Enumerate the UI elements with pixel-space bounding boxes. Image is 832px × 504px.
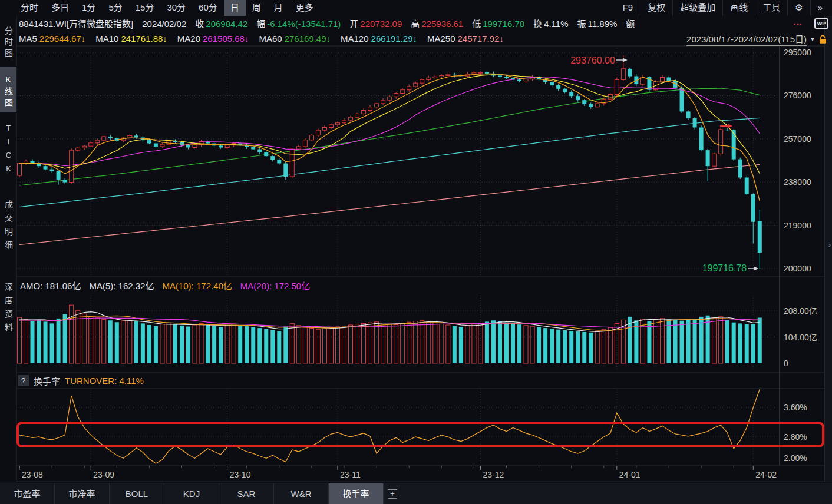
kline-chart-canvas[interactable]: 295000276000257000238000219000200000208.…: [0, 0, 832, 504]
quote-field-value: 11.89%: [588, 19, 618, 29]
indicator-tab-换手率[interactable]: 换手率: [329, 483, 384, 504]
period-tab-5分[interactable]: 5分: [102, 0, 128, 16]
toolbar-action-工具[interactable]: 工具: [755, 0, 787, 16]
quote-field-value: 4.11%: [544, 19, 568, 29]
high-annotation-arrowhead: [623, 58, 628, 62]
indicator-tab-SAR[interactable]: SAR: [219, 483, 274, 504]
quote-field-label: 振: [577, 19, 586, 29]
quote-field-value: 206984.42: [206, 19, 247, 29]
ma-legend-value: 266191.29↓: [371, 34, 417, 44]
ma-legend-MA120: MA120266191.29↓: [341, 32, 417, 46]
volume-axis-label: 0: [784, 359, 788, 368]
gear-icon[interactable]: ⚙: [787, 0, 810, 16]
add-indicator-button[interactable]: +: [384, 483, 401, 504]
ma-legend-label: MA60: [259, 34, 282, 44]
quote-field-label: 额: [626, 19, 635, 29]
amo-legend-item: AMO: 181.06亿: [20, 279, 81, 293]
quote-field-value: -6.14%(-13541.71): [267, 19, 341, 29]
turnover-header: ? 换手率 TURNOVER: 4.11%: [18, 374, 144, 387]
sidebar-item-K线图[interactable]: K线图: [0, 67, 16, 112]
x-axis-label: 23-08: [22, 470, 43, 479]
toolbar-action-复权[interactable]: 复权: [640, 0, 672, 16]
period-tab-30分[interactable]: 30分: [160, 0, 192, 16]
amo-legend-item: MA(20): 172.50亿: [240, 279, 310, 293]
quote-field-value: 225936.61: [421, 19, 463, 29]
toolbar-action-画线[interactable]: 画线: [722, 0, 755, 16]
ma-legend-MA60: MA60276169.49↓: [259, 32, 331, 46]
quote-field-label: 收: [195, 19, 204, 29]
low-price-annotation: 199716.78: [702, 263, 747, 273]
quote-field-value: 199716.78: [483, 19, 524, 29]
indicator-tab-BOLL[interactable]: BOLL: [110, 483, 164, 504]
ma-legend-label: MA10: [95, 34, 118, 44]
plus-icon[interactable]: +: [388, 489, 397, 499]
quote-field-振: 振11.89%: [577, 16, 618, 32]
volume-axis-label: 104.00亿: [784, 333, 817, 342]
sidebar-item-深度资料[interactable]: 深度资料: [0, 268, 16, 352]
amo-legend-row: AMO: 181.06亿MA(5): 162.32亿MA(10): 172.40…: [20, 279, 310, 293]
ma-legend-row: MA5229644.67↓MA10241761.88↓MA20261505.68…: [19, 32, 504, 46]
period-tab-分时[interactable]: 分时: [14, 0, 45, 16]
toolbar-action-F9[interactable]: F9: [616, 0, 640, 16]
period-tab-1分[interactable]: 1分: [75, 0, 102, 16]
x-axis-label: 23-11: [340, 470, 361, 479]
quote-field-value: 220732.09: [360, 19, 402, 29]
quote-field-收: 收206984.42: [195, 16, 247, 32]
period-tab-多日[interactable]: 多日: [45, 0, 75, 16]
instrument-code-name: 8841431.WI[万得微盘股指数]: [19, 16, 133, 32]
indicator-tab-W&R[interactable]: W&R: [274, 483, 329, 504]
chevron-down-icon[interactable]: ▼: [810, 36, 816, 42]
indicator-tab-市净率[interactable]: 市净率: [55, 483, 110, 504]
turnover-line: [19, 389, 760, 463]
amo-legend-item: MA(10): 172.40亿: [162, 279, 232, 293]
ma-legend-value: 276169.49↓: [285, 34, 331, 44]
quote-field-label: 换: [533, 19, 542, 29]
quote-field-幅: 幅-6.14%(-13541.71): [256, 16, 341, 32]
ma-legend-label: MA120: [341, 34, 369, 44]
ma-legend-MA250: MA250245717.92↓: [427, 32, 504, 46]
quote-field-额: 额: [626, 16, 636, 32]
ma-legend-value: 245717.92↓: [458, 34, 504, 44]
sidebar-item-成交明细[interactable]: 成交明细: [0, 187, 16, 268]
wind-wp-icon[interactable]: WP: [814, 18, 828, 29]
drawing-red-rectangle: [18, 423, 823, 446]
quote-date: 2024/02/02: [142, 16, 186, 32]
period-tab-月[interactable]: 月: [268, 0, 289, 16]
date-range-selector[interactable]: 2023/08/17-2024/02/02(115日) ▼: [686, 32, 827, 46]
ma-legend-MA10: MA10241761.88↓: [95, 32, 167, 46]
date-range-text[interactable]: 2023/08/17-2024/02/02(115日): [686, 32, 807, 46]
period-tab-更多[interactable]: 更多: [289, 0, 320, 16]
ma-legend-value: 241761.88↓: [121, 34, 167, 44]
overflow-icon[interactable]: »: [810, 0, 830, 16]
help-icon[interactable]: ?: [18, 375, 29, 386]
indicator-tabbar: 市盈率市净率BOLLKDJSARW&R换手率+: [0, 483, 832, 504]
turnover-axis-label: 2.00%: [784, 453, 807, 463]
price-axis-label: 238000: [784, 177, 811, 187]
volume-bars: [18, 305, 762, 363]
quote-row: 8841431.WI[万得微盘股指数] 2024/02/02 收206984.4…: [19, 16, 636, 32]
price-axis-label: 295000: [784, 48, 811, 57]
turnover-value: TURNOVER: 4.11%: [65, 376, 144, 386]
ma250-line: [19, 164, 760, 244]
period-tab-周[interactable]: 周: [246, 0, 268, 16]
chevron-right-icon[interactable]: ›: [828, 240, 831, 249]
quote-field-开: 开220732.09: [349, 16, 402, 32]
low-annotation-arrowhead: [754, 267, 758, 271]
ma-legend-MA20: MA20261505.68↓: [177, 32, 249, 46]
x-axis-label: 23-09: [93, 470, 114, 479]
price-axis-label: 219000: [784, 221, 811, 230]
toolbar-action-超级叠加[interactable]: 超级叠加: [672, 0, 722, 16]
unlock-icon[interactable]: [818, 35, 827, 44]
period-tab-60分[interactable]: 60分: [192, 0, 224, 16]
quote-field-换: 换4.11%: [533, 16, 568, 32]
sidebar-item-TICK[interactable]: TICK: [0, 116, 16, 185]
indicator-tab-市盈率[interactable]: 市盈率: [0, 483, 55, 504]
period-tab-15分[interactable]: 15分: [129, 0, 161, 16]
sidebar-item-分时图[interactable]: 分时图: [0, 19, 16, 67]
indicator-tab-KDJ[interactable]: KDJ: [164, 483, 219, 504]
ma-legend-value: 261505.68↓: [203, 34, 249, 44]
price-axis-label: 257000: [784, 134, 811, 144]
x-axis-label: 24-02: [755, 470, 777, 479]
turnover-label: 换手率: [34, 374, 60, 387]
period-tab-日[interactable]: 日: [224, 0, 246, 16]
